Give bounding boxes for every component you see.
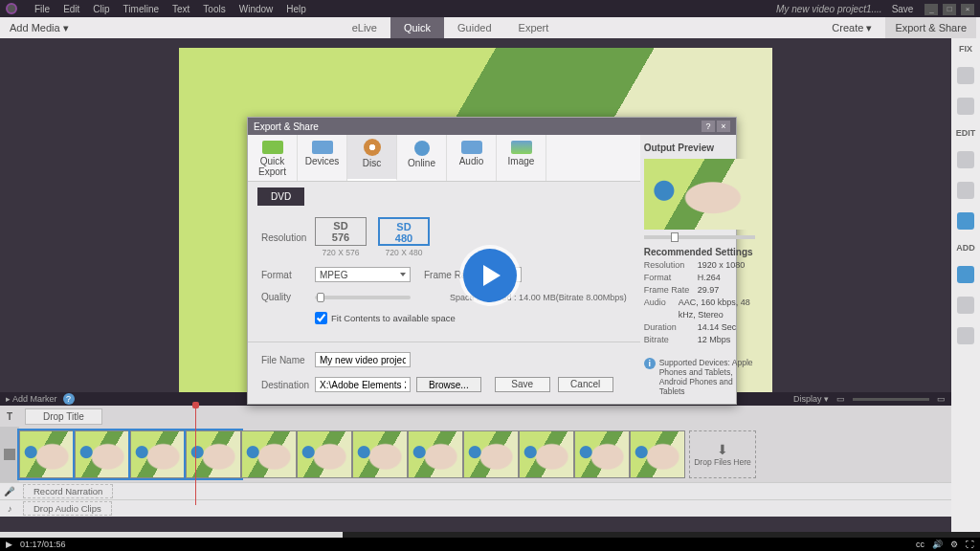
fullscreen-icon[interactable]: ⛶ [966,540,974,549]
fx2-icon[interactable] [957,182,974,199]
create-button[interactable]: Create ▾ [822,22,881,34]
fx1-icon[interactable] [957,151,974,168]
clip-9[interactable] [463,430,519,478]
export-share-button[interactable]: Export & Share [885,17,976,38]
menu-edit[interactable]: Edit [63,4,79,14]
audio-icon[interactable]: ♪ [0,503,19,514]
clip-8[interactable] [408,430,463,478]
menu-tools[interactable]: Tools [203,4,225,14]
narration-track: 🎤 Record Narration [0,482,951,499]
zoom-slider[interactable] [853,398,929,401]
cancel-button[interactable]: Cancel [558,377,613,392]
rec-v-format: H.264 [698,272,721,284]
chevron-down-icon [400,273,406,276]
clip-10[interactable] [519,430,574,478]
save-button[interactable]: Save [495,377,550,392]
drop-files-zone[interactable]: ⬇Drop Files Here [689,430,756,478]
menu-text[interactable]: Text [172,4,189,14]
tools-icon[interactable] [957,98,974,115]
play-button[interactable] [463,249,517,302]
menu-clip[interactable]: Clip [93,4,109,14]
zoom-in-icon[interactable]: ▭ [937,394,946,404]
rail-fix-header: FIX [959,44,972,54]
titles-icon[interactable] [957,266,974,283]
playhead[interactable] [195,406,196,505]
timeline-help-icon[interactable]: ? [63,393,75,405]
tab-quick-export[interactable]: Quick Export [248,135,298,181]
clip-2[interactable] [75,430,130,478]
drop-audio-zone[interactable]: Drop Audio Clips [23,501,112,516]
window-controls: _ □ × [923,3,974,15]
add-marker-button[interactable]: ▸ Add Marker [6,394,57,404]
drop-title-zone[interactable]: Drop Title [25,408,102,425]
tab-elive[interactable]: eLive [339,17,390,38]
destination-label: Destination [261,380,315,390]
clip-1[interactable] [19,430,75,478]
cc-icon[interactable]: cc [916,540,924,549]
clip-4[interactable] [186,430,241,478]
tab-online[interactable]: Online [397,135,447,181]
adjust-icon[interactable] [957,67,974,84]
clip-5[interactable] [241,430,297,478]
toolbar: Add Media ▾ eLive Quick Guided Expert Cr… [0,17,980,38]
tab-image[interactable]: Image [497,135,546,181]
format-dropdown[interactable]: MPEG [315,267,411,282]
rec-v-duration: 14.14 Sec [698,321,737,334]
minimize-icon[interactable]: _ [924,4,938,15]
rec-v-resolution: 1920 x 1080 [698,259,746,272]
clip-11[interactable] [574,430,630,478]
clip-3[interactable] [130,430,186,478]
filename-label: File Name [261,355,315,365]
format-label: Format [261,270,315,280]
rec-v-bitrate: 12 Mbps [698,334,731,346]
music-icon[interactable] [957,297,974,314]
quality-slider[interactable] [315,296,411,299]
play-pause-icon[interactable]: ▶ [6,540,12,549]
tab-guided[interactable]: Guided [444,17,504,38]
supported-devices: Supported Devices: Apple Phones and Tabl… [659,358,755,396]
browse-button[interactable]: Browse... [416,377,481,392]
resolution-480-sub: 720 X 480 [378,248,430,257]
resolution-480[interactable]: SD480 [378,217,430,246]
menu-help[interactable]: Help [286,4,306,14]
menubar: File Edit Clip Timeline Text Tools Windo… [0,0,980,17]
rec-v-framerate: 29.97 [698,284,720,297]
time-current: 01:17 [20,540,42,549]
dialog-help-icon[interactable]: ? [702,121,715,132]
graphics-icon[interactable] [957,327,974,344]
tab-audio[interactable]: Audio [447,135,497,181]
video-track-icon[interactable] [0,427,19,482]
close-icon[interactable]: × [961,4,974,15]
tab-disc[interactable]: Disc [347,135,397,181]
maximize-icon[interactable]: □ [943,4,956,15]
tab-expert[interactable]: Expert [505,17,563,38]
fit-contents-checkbox[interactable] [315,312,327,324]
save-link[interactable]: Save [892,4,914,14]
info-icon: i [644,358,656,369]
title-track-icon: T [0,411,19,422]
tab-quick[interactable]: Quick [390,17,444,38]
menu-timeline[interactable]: Timeline [123,4,159,14]
narration-icon[interactable]: 🎤 [0,486,19,496]
add-media-button[interactable]: Add Media ▾ [0,22,78,34]
rec-k-duration: Duration [644,321,698,334]
destination-input[interactable] [315,377,411,392]
clip-6[interactable] [297,430,352,478]
clip-7[interactable] [352,430,408,478]
menu-window[interactable]: Window [239,4,274,14]
zoom-out-icon[interactable]: ▭ [836,394,845,404]
dialog-close-icon[interactable]: × [717,121,730,132]
settings-icon[interactable]: ⚙ [950,540,958,549]
subtab-dvd[interactable]: DVD [257,187,304,206]
clip-12[interactable] [630,430,685,478]
record-narration-zone[interactable]: Record Narration [23,484,113,498]
menu-file[interactable]: File [34,4,50,14]
resolution-576[interactable]: SD576 [315,217,367,246]
app-icon [6,3,17,14]
volume-icon[interactable]: 🔊 [932,540,943,549]
color-icon[interactable] [957,212,974,230]
rail-add-header: ADD [956,243,975,253]
preview-slider[interactable] [644,235,755,239]
filename-input[interactable] [315,352,411,367]
tab-devices[interactable]: Devices [298,135,347,181]
